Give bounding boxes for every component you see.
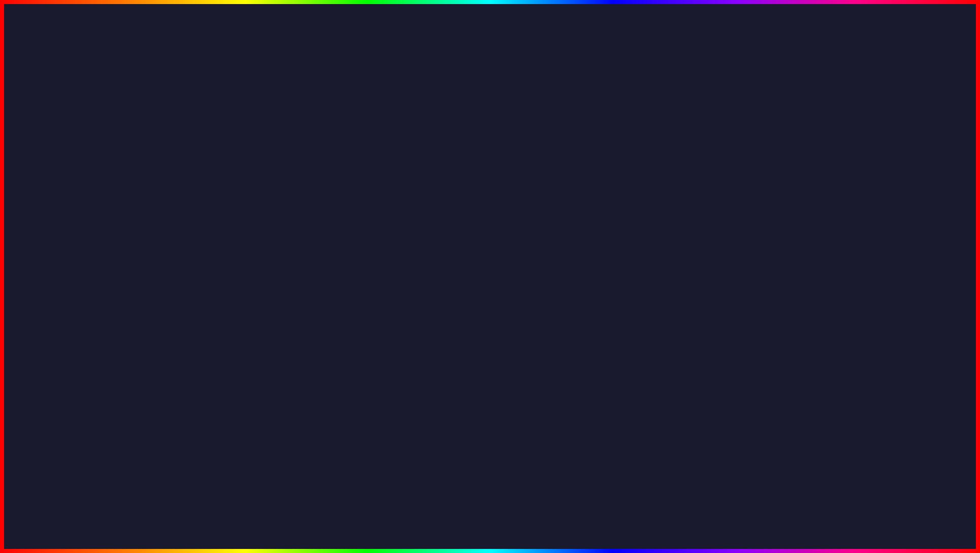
select-door-value: Select... [255, 228, 277, 235]
main-title: BLOX FRUITS [0, 15, 980, 109]
panel-left-row-select-door-right: Select... ▼ [250, 226, 289, 237]
fast-attack-dropdown[interactable]: Normal Fast Attack ▼ [838, 197, 906, 208]
panel-right-row-attack-cooldown-left: Attack Cooldown [699, 222, 843, 230]
fast-attack-label: Select Fast Attack Mode [699, 195, 838, 203]
logo-skull-icon: 💀 [898, 476, 930, 505]
fast-attack-chevron: ▼ [896, 200, 901, 205]
title-t: T [688, 16, 735, 107]
fast-attack-value: Normal Fast Attack [842, 199, 894, 206]
title-s: S [735, 16, 787, 107]
panel-right-row-attack-cooldown-right: Type something ✏️ [843, 220, 906, 231]
agility-progress-bar [635, 463, 675, 467]
panel-right-row-auto-farm-level-right: ✓ [897, 292, 906, 301]
panel-left-titlebar-left: 🌙 Void Hub [75, 156, 115, 164]
auto-farm-level-label: Auto Farm Level/Mob [699, 292, 897, 300]
panel-right-row-auto-farm-level-left: Auto Farm Level/Mob [699, 292, 897, 300]
agility-fill [635, 463, 663, 467]
agility-bar: Agility [635, 456, 675, 467]
panel-left-title: Void Hub [86, 157, 115, 164]
select-weapon-chevron: ▼ [896, 247, 901, 252]
title-r: R [556, 16, 612, 107]
panel-left-row-select-door: Select Door Select... ▼ [77, 221, 289, 243]
panel-left-titlebar: 🌙 Void Hub × [70, 153, 296, 168]
teleport-door-label: Teleport Door [77, 250, 276, 258]
auto-farm-level-checkbox[interactable]: ✓ [897, 292, 906, 301]
hand-icon-teleport[interactable]: 👆 [276, 203, 289, 216]
panel-left-description: Teleport To Temple Of Time For Use All O… [77, 185, 289, 192]
select-door-dropdown[interactable]: Select... ▼ [250, 226, 289, 237]
auto-farm-row-label: Auto Farm [699, 267, 906, 275]
attack-cooldown-input[interactable]: Type something [843, 220, 895, 231]
panel-right-row-select-weapon-left: Select Weapon Select Weapon For Auto Far… [699, 242, 872, 256]
panel-left-url-bar: 🔍 https://github.com/Efes0626/VoidHub/ma… [70, 168, 296, 180]
panel-right-row-fast-attack: Select Fast Attack Mode Fast Attack Mode… [699, 190, 906, 215]
agility-label: Agility [635, 456, 675, 463]
auto-farm-sub: Auto Kill Mobs. [699, 275, 906, 281]
search-icon-left: 🔍 [75, 170, 82, 177]
panel-left-row-teleport-door-left: Teleport Door [77, 250, 276, 258]
panel-left-row-teleport-temple: Teleport Temple Of Time 👆 [77, 198, 289, 221]
panel-left-row-select-door-left: Select Door [77, 228, 250, 236]
panel-right-row-auto-farm-level: Auto Farm Level/Mob ✓ [699, 287, 906, 306]
panel-left-row-teleport-temple-left: Teleport Temple Of Time [77, 205, 276, 214]
panel-right-url: https://github.com/Efes0626/VoidHub/main… [706, 176, 841, 182]
panel-left-close-button[interactable]: × [286, 156, 291, 164]
logo-blox: BL [860, 473, 897, 507]
fast-attack-sub: Fast Attack Modes For Set Speed. [699, 203, 838, 210]
panel-right-row-select-weapon-right: Melee ▼ [872, 244, 906, 255]
panel-right-titlebar: 🌙 Void Hub × [692, 158, 913, 173]
select-door-label: Select Door [77, 228, 250, 236]
panel-left-row-teleport-door: Teleport Door 👆 [77, 243, 289, 266]
score-val2: .12345 [15, 421, 55, 436]
select-weapon-label: Select Weapon [699, 242, 872, 250]
edit-icon[interactable]: ✏️ [897, 222, 906, 230]
select-weapon-value: Melee [877, 246, 894, 253]
tooltip-item-moon: Moon Status Full Moon 50% [175, 300, 313, 318]
attack-cooldown-label: Attack Cooldown [699, 222, 843, 230]
panel-right-row-select-weapon: Select Weapon Select Weapon For Auto Far… [699, 237, 906, 262]
logo-fruits-text: FRUITS [860, 507, 950, 538]
title-u: U [612, 16, 668, 107]
panel-right-version: Version Pc [699, 306, 906, 317]
title-blox: BLOX [193, 16, 408, 107]
tooltip-moon-title: Moon Status [175, 300, 313, 309]
score-val3: 123 [15, 436, 55, 452]
panel-right-row-auto-farm: Auto Farm Auto Kill Mobs. [699, 262, 906, 287]
panel-right-title: Void Hub [708, 162, 737, 169]
panel-right-content: Select Fast Attack Mode Fast Attack Mode… [692, 185, 913, 322]
panel-right-row-attack-cooldown: Attack Cooldown Type something ✏️ [699, 215, 906, 237]
script-text: SCRIPT PASTEBIN [485, 471, 888, 522]
logo-x: X [931, 473, 950, 507]
moon-icon-left: 🌙 [75, 156, 83, 164]
auto-text: AUTO [92, 453, 297, 527]
title-i: I [668, 16, 688, 107]
panel-right-row-auto-farm-left: Auto Farm Auto Kill Mobs. [699, 267, 906, 281]
panel-left-url: https://github.com/Efes0626/VoidHub/main… [84, 171, 219, 177]
farm-text: FARM [297, 453, 483, 527]
panel-right-row-fast-attack-right: Normal Fast Attack ▼ [838, 197, 906, 208]
auto-farm-row: AUTO FARM SCRIPT PASTEBIN [0, 452, 980, 528]
tooltip-mystic-sub: Mirage Is Not Spawned! [175, 288, 313, 295]
score-val1: 0,606 [15, 406, 55, 421]
panel-right-url-bar: 🔍 https://github.com/Efes0626/VoidHub/ma… [692, 173, 913, 185]
select-weapon-dropdown[interactable]: Melee ▼ [872, 244, 906, 255]
panel-right-titlebar-left: 🌙 Void Hub [697, 161, 737, 169]
tooltip-item-mystic: Mystic Island Mirage Is Not Spawned! [175, 278, 313, 295]
select-door-chevron: ▼ [279, 229, 284, 235]
tooltip-mystic-title: Mystic Island [175, 278, 313, 287]
panel-right: 🌙 Void Hub × 🔍 https://github.com/Efes06… [691, 157, 914, 323]
blox-fruits-logo: BL 💀 X FRUITS [860, 473, 950, 538]
bottom-title: AUTO FARM SCRIPT PASTEBIN [0, 452, 980, 528]
panel-right-row-fast-attack-left: Select Fast Attack Mode Fast Attack Mode… [699, 195, 838, 210]
moon-icon-right: 🌙 [697, 161, 705, 169]
tooltip-panel: Mystic Island Mirage Is Not Spawned! Moo… [165, 269, 322, 332]
title-f: F [509, 16, 556, 107]
teleport-temple-label: Teleport Temple Of Time [77, 205, 276, 214]
tooltip-moon-sub: Full Moon 50% [175, 310, 313, 318]
character-glow [388, 101, 592, 355]
panel-left-row-teleport-door-right: 👆 [276, 248, 289, 260]
hand-icon-teleport-door[interactable]: 👆 [276, 248, 289, 260]
score-display: 0,606 .12345 123 [15, 406, 55, 452]
panel-right-close-button[interactable]: × [903, 161, 908, 169]
select-weapon-sub: Select Weapon For Auto Farm. [699, 250, 872, 256]
